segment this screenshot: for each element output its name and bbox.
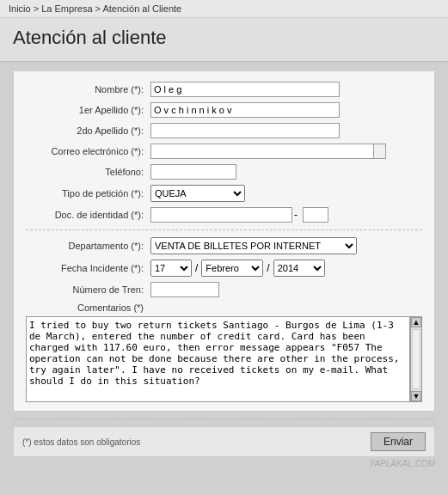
telefono-input[interactable] — [150, 164, 236, 180]
telefono-row: Teléfono: — [26, 164, 422, 180]
tipo-row: Tipo de petición (*): QUEJA CONSULTA SUG… — [26, 185, 422, 202]
scrollbar-down-icon[interactable]: ▼ — [411, 391, 421, 401]
nombre-label: Nombre (*): — [26, 84, 150, 95]
scrollbar-track — [412, 329, 420, 389]
apellido2-label: 2do Apellido (*): — [26, 125, 150, 136]
breadcrumb-bar: Inicio > La Empresa > Atención al Client… — [0, 0, 448, 18]
apellido2-row: 2do Apellido (*): — [26, 123, 422, 138]
depto-row: Departamento (*): VENTA DE BILLETES POR … — [26, 237, 422, 254]
comentarios-textarea[interactable]: I tried to buy two return tickets Santia… — [26, 316, 410, 402]
watermark: YAPLAKAL.COM — [13, 457, 435, 468]
correo-row: Correo electrónico (*): — [26, 144, 422, 159]
comentarios-label: Comentarios (*) — [26, 302, 150, 313]
form-card: Nombre (*): 1er Apellido (*): 2do Apelli… — [13, 70, 435, 412]
tren-input[interactable] — [150, 282, 219, 297]
breadcrumb-text: Inicio > La Empresa > Atención al Client… — [9, 3, 181, 14]
fecha-year-select[interactable]: 2014 2013 — [273, 260, 325, 277]
comentarios-area-wrapper: I tried to buy two return tickets Santia… — [26, 316, 422, 402]
fecha-group: 17 / Febrero Enero Marzo / 2014 2013 — [150, 260, 325, 277]
apellido2-input[interactable] — [150, 123, 340, 138]
tren-row: Número de Tren: — [26, 282, 422, 297]
depto-label: Departamento (*): — [26, 241, 150, 251]
fecha-row: Fecha Incidente (*): 17 / Febrero Enero … — [26, 260, 422, 277]
main-content: Nombre (*): 1er Apellido (*): 2do Apelli… — [0, 62, 448, 477]
doc-row: Doc. de identidad (*): - — [26, 207, 422, 223]
separator1 — [26, 229, 422, 230]
doc-separator: - — [294, 209, 298, 221]
nombre-row: Nombre (*): — [26, 82, 422, 97]
fecha-label: Fecha Incidente (*): — [26, 263, 150, 273]
correo-label: Correo electrónico (*): — [26, 146, 150, 156]
tipo-label: Tipo de petición (*): — [26, 188, 150, 199]
apellido1-row: 1er Apellido (*): — [26, 102, 422, 118]
apellido1-label: 1er Apellido (*): — [26, 105, 150, 115]
scrollbar-up-icon[interactable]: ▲ — [411, 317, 421, 327]
required-note: (*) estos datos son obligatorios — [22, 437, 140, 447]
doc2-input[interactable] — [303, 207, 328, 223]
telefono-label: Teléfono: — [26, 167, 150, 177]
depto-select[interactable]: VENTA DE BILLETES POR INTERNET ATENCIÓN … — [150, 237, 357, 254]
correo-input[interactable] — [150, 144, 374, 159]
doc-label: Doc. de identidad (*): — [26, 210, 150, 220]
apellido1-input[interactable] — [150, 102, 340, 118]
fecha-day-select[interactable]: 17 — [150, 260, 192, 277]
nombre-input[interactable] — [150, 82, 340, 97]
enviar-button[interactable]: Enviar — [371, 432, 426, 451]
tipo-select[interactable]: QUEJA CONSULTA SUGERENCIA — [150, 185, 245, 202]
page-title: Atención al cliente — [13, 27, 435, 49]
comentarios-label-row: Comentarios (*) — [26, 302, 422, 313]
bottom-bar: (*) estos datos son obligatorios Enviar — [13, 426, 435, 457]
separator2 — [13, 419, 435, 419]
fecha-month-select[interactable]: Febrero Enero Marzo — [201, 260, 263, 277]
doc-input[interactable] — [150, 207, 292, 223]
bottom-section: (*) estos datos son obligatorios Enviar … — [13, 426, 435, 468]
textarea-scrollbar: ▲ ▼ — [410, 316, 422, 402]
page-header: Atención al cliente — [0, 18, 448, 62]
correo-extra — [374, 144, 386, 159]
tren-label: Número de Tren: — [26, 284, 150, 295]
